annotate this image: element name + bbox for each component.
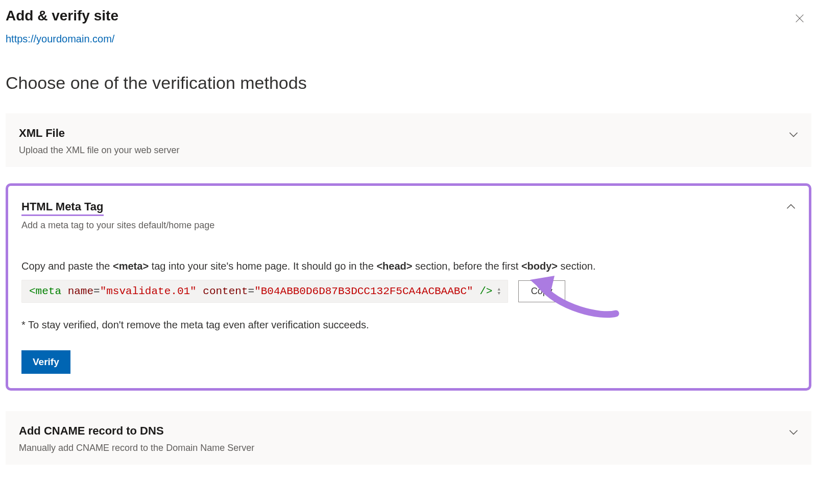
method-meta-title: HTML Meta Tag (21, 200, 104, 216)
meta-tag-code-box[interactable]: <meta name="msvalidate.01" content="B04A… (21, 280, 508, 303)
method-meta-subtitle: Add a meta tag to your sites default/hom… (21, 220, 796, 231)
method-cname-subtitle: Manually add CNAME record to the Domain … (19, 443, 798, 453)
chevron-up-icon (784, 200, 798, 215)
method-html-meta-tag[interactable]: HTML Meta Tag Add a meta tag to your sit… (6, 183, 811, 391)
code-token: <meta (29, 285, 61, 297)
section-heading: Choose one of the verification methods (6, 73, 811, 93)
code-token: content (203, 285, 248, 297)
close-icon (794, 13, 805, 24)
code-token: /> (479, 285, 492, 297)
verify-button[interactable]: Verify (21, 350, 70, 374)
stepper-arrows-icon[interactable]: ▲▼ (497, 287, 500, 296)
copy-button[interactable]: Copy (518, 280, 565, 302)
meta-instruction-text: Copy and paste the <meta> tag into your … (21, 258, 796, 274)
meta-note-text: * To stay verified, don't remove the met… (21, 319, 796, 331)
code-token: "B04ABB0D6D87B3DCC132F5CA4ACBAABC" (254, 285, 473, 297)
code-token: name (68, 285, 93, 297)
method-xml-title: XML File (19, 127, 798, 140)
close-button[interactable] (794, 8, 809, 26)
site-url-link[interactable]: https://yourdomain.com/ (6, 33, 114, 45)
method-cname-title: Add CNAME record to DNS (19, 424, 798, 438)
method-cname-dns[interactable]: Add CNAME record to DNS Manually add CNA… (6, 411, 811, 465)
method-xml-subtitle: Upload the XML file on your web server (19, 145, 798, 156)
chevron-down-icon (787, 128, 800, 143)
code-token: "msvalidate.01" (100, 285, 197, 297)
method-xml-file[interactable]: XML File Upload the XML file on your web… (6, 113, 811, 167)
chevron-down-icon (787, 425, 800, 441)
page-title: Add & verify site (6, 8, 118, 24)
